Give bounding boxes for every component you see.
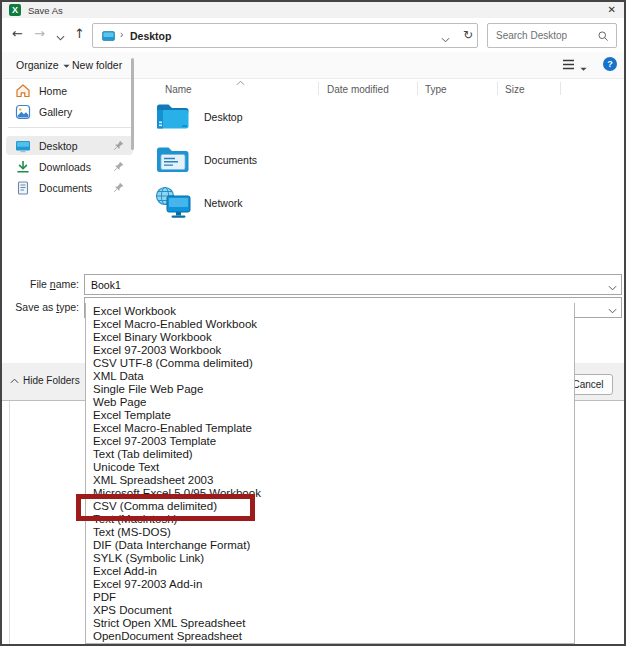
folder-documents-icon: [154, 142, 192, 178]
sidebar-item-desktop[interactable]: Desktop: [6, 136, 133, 155]
folder-desktop-icon: [154, 99, 192, 135]
type-option-excel-workbook[interactable]: Excel Workbook: [86, 305, 574, 318]
desktop-icon: [15, 138, 31, 154]
column-separator[interactable]: [560, 82, 561, 95]
type-option-excel-macro-enabled-workbook[interactable]: Excel Macro-Enabled Workbook: [86, 318, 574, 331]
sidebar-item-label: Documents: [39, 182, 92, 194]
sidebar-item-label: Desktop: [39, 140, 78, 152]
file-name: Documents: [204, 154, 257, 166]
type-option-xml-data[interactable]: XML Data: [86, 370, 574, 383]
search-box: [487, 23, 617, 48]
chevron-down-icon[interactable]: [580, 62, 587, 74]
navigation-sidebar: HomeGallery DesktopDownloadsDocuments: [2, 79, 137, 271]
type-option-excel-macro-enabled-template[interactable]: Excel Macro-Enabled Template: [86, 422, 574, 435]
file-row-network[interactable]: Network: [148, 181, 548, 224]
sidebar-divider: [8, 127, 131, 128]
sidebar-pinned-group: DesktopDownloadsDocuments: [2, 136, 137, 197]
type-option-unicode-text[interactable]: Unicode Text: [86, 461, 574, 474]
hide-folders-button[interactable]: Hide Folders: [10, 375, 80, 386]
sidebar-item-label: Gallery: [39, 106, 72, 118]
save-as-type-dropdown: Excel WorkbookExcel Macro-Enabled Workbo…: [85, 303, 575, 644]
sidebar-item-downloads[interactable]: Downloads: [6, 157, 133, 176]
breadcrumb-separator: ›: [120, 29, 123, 40]
pin-icon: [113, 181, 125, 193]
type-option-pdf[interactable]: PDF: [86, 591, 574, 604]
sidebar-item-gallery[interactable]: Gallery: [6, 102, 133, 121]
type-option-dif-data-interchange-format[interactable]: DIF (Data Interchange Format): [86, 539, 574, 552]
column-separator[interactable]: [417, 82, 418, 95]
breadcrumb[interactable]: Desktop: [130, 30, 171, 42]
search-icon: [597, 30, 609, 44]
file-name-label: File name:: [2, 278, 79, 290]
title-bar: X Save As ✕: [2, 2, 624, 18]
column-header-date-modified[interactable]: Date modified: [327, 84, 389, 95]
type-option-xml-spreadsheet-2003[interactable]: XML Spreadsheet 2003: [86, 474, 574, 487]
pin-icon: [113, 139, 125, 151]
type-option-single-file-web-page[interactable]: Single File Web Page: [86, 383, 574, 396]
desktop-icon: [102, 31, 115, 44]
refresh-icon[interactable]: ↻: [463, 28, 473, 42]
file-row-documents[interactable]: Documents: [148, 138, 548, 181]
chevron-down-icon[interactable]: [56, 29, 65, 44]
file-row-desktop[interactable]: Desktop: [148, 95, 548, 138]
documents-icon: [15, 180, 31, 196]
file-name: Desktop: [204, 111, 243, 123]
navigation-bar: ← → ↑ › Desktop ↻: [2, 18, 624, 52]
column-separator[interactable]: [318, 82, 319, 95]
sort-ascending-icon[interactable]: [236, 76, 245, 88]
back-icon[interactable]: ←: [12, 26, 23, 41]
sidebar-item-documents[interactable]: Documents: [6, 178, 133, 197]
background-window-edge: [9, 401, 10, 644]
chevron-down-icon: [63, 59, 70, 71]
search-input[interactable]: [496, 25, 596, 46]
sidebar-item-home[interactable]: Home: [6, 81, 133, 100]
forward-icon[interactable]: →: [34, 26, 45, 41]
column-header-size[interactable]: Size: [505, 84, 524, 95]
excel-app-icon: X: [9, 4, 21, 16]
gallery-icon: [15, 104, 31, 120]
type-option-excel-binary-workbook[interactable]: Excel Binary Workbook: [86, 331, 574, 344]
column-header-name[interactable]: Name: [165, 84, 192, 95]
command-toolbar: Organize New folder ?: [2, 52, 624, 79]
column-header-type[interactable]: Type: [425, 84, 447, 95]
sidebar-item-label: Downloads: [39, 161, 91, 173]
save-as-dialog: X Save As ✕ ← → ↑ › Desktop ↻: [0, 0, 626, 646]
new-folder-button[interactable]: New folder: [72, 59, 122, 71]
save-as-type-label: Save as type:: [2, 301, 79, 313]
type-option-sylk-symbolic-link[interactable]: SYLK (Symbolic Link): [86, 552, 574, 565]
list-view-icon[interactable]: [562, 58, 575, 73]
chevron-down-icon[interactable]: [441, 33, 450, 45]
chevron-down-icon[interactable]: [608, 281, 617, 293]
organize-button[interactable]: Organize: [16, 59, 70, 71]
type-option-xps-document[interactable]: XPS Document: [86, 604, 574, 617]
file-name: Network: [204, 197, 243, 209]
type-option-excel-97-2003-add-in[interactable]: Excel 97-2003 Add-in: [86, 578, 574, 591]
address-bar[interactable]: › Desktop ↻: [92, 23, 478, 48]
sidebar-top-group: HomeGallery: [2, 81, 137, 121]
highlight-annotation-box: [76, 494, 255, 521]
column-separator[interactable]: [497, 82, 498, 95]
pin-icon: [113, 160, 125, 172]
home-icon: [15, 83, 31, 99]
file-list-pane: Name Date modified Type Size DesktopDocu…: [138, 79, 624, 271]
sidebar-item-label: Home: [39, 85, 67, 97]
type-option-opendocument-spreadsheet[interactable]: OpenDocument Spreadsheet: [86, 630, 574, 643]
help-icon[interactable]: ?: [603, 57, 617, 71]
type-option-text-tab-delimited[interactable]: Text (Tab delimited): [86, 448, 574, 461]
file-rows: DesktopDocumentsNetwork: [148, 95, 548, 224]
type-option-web-page[interactable]: Web Page: [86, 396, 574, 409]
downloads-icon: [15, 159, 31, 175]
type-option-excel-template[interactable]: Excel Template: [86, 409, 574, 422]
close-icon[interactable]: ✕: [608, 4, 616, 15]
window-title: Save As: [28, 5, 63, 16]
type-option-excel-add-in[interactable]: Excel Add-in: [86, 565, 574, 578]
up-icon[interactable]: ↑: [74, 26, 85, 41]
type-option-strict-open-xml-spreadsheet[interactable]: Strict Open XML Spreadsheet: [86, 617, 574, 630]
chevron-down-icon[interactable]: [608, 304, 617, 316]
type-option-excel-97-2003-workbook[interactable]: Excel 97-2003 Workbook: [86, 344, 574, 357]
type-option-csv-utf-8-comma-delimited[interactable]: CSV UTF-8 (Comma delimited): [86, 357, 574, 370]
type-option-excel-97-2003-template[interactable]: Excel 97-2003 Template: [86, 435, 574, 448]
type-option-text-ms-dos[interactable]: Text (MS-DOS): [86, 526, 574, 539]
sidebar-scrollbar[interactable]: [131, 58, 134, 150]
file-name-input[interactable]: [84, 274, 622, 295]
